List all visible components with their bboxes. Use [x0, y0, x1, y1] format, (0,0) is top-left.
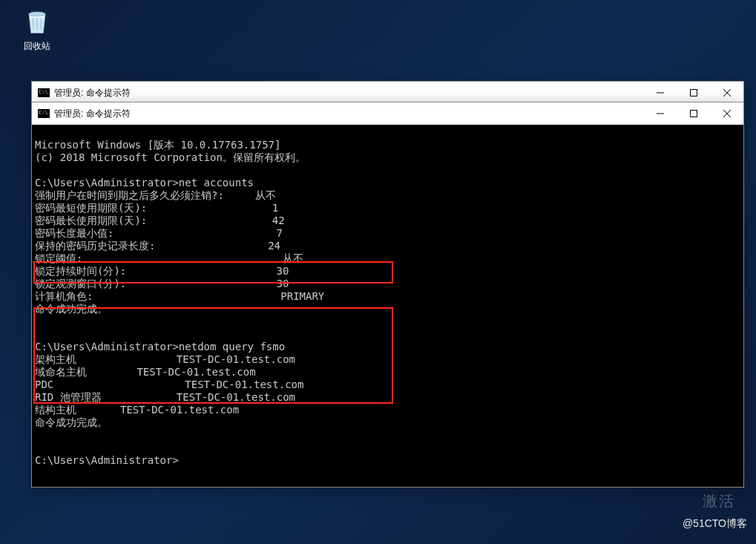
cmd-icon	[38, 88, 50, 97]
titlebar[interactable]: 管理员: 命令提示符	[32, 82, 743, 104]
cmd-window-background: 管理员: 命令提示符	[31, 81, 744, 103]
terminal-line: 保持的密码历史记录长度: 24	[35, 240, 280, 252]
terminal-line: PDC TEST-DC-01.test.com	[35, 378, 303, 390]
terminal-line: (c) 2018 Microsoft Corporation。保留所有权利。	[35, 151, 306, 163]
close-button[interactable]	[710, 103, 743, 125]
page-watermark: @51CTO博客	[683, 517, 747, 531]
terminal-line	[35, 328, 41, 340]
terminal-prompt: C:\Users\Administrator>netdom query fsmo	[35, 341, 285, 353]
svg-rect-1	[690, 90, 697, 96]
terminal-line: 结构主机 TEST-DC-01.test.com	[35, 404, 239, 416]
terminal-line: 命令成功完成。	[35, 303, 108, 315]
terminal-line	[35, 315, 41, 327]
window-title: 管理员: 命令提示符	[54, 108, 131, 120]
terminal-line: RID 池管理器 TEST-DC-01.test.com	[35, 391, 295, 403]
maximize-button[interactable]	[677, 82, 710, 104]
terminal-line: 密码长度最小值: 7	[35, 227, 283, 239]
terminal-line: 密码最长使用期限(天): 42	[35, 214, 285, 226]
terminal-line	[35, 442, 41, 453]
terminal-output[interactable]: Microsoft Windows [版本 10.0.17763.1757] (…	[32, 125, 743, 487]
terminal-line: 锁定持续时间(分): 30	[35, 265, 289, 277]
terminal-line: 强制用户在时间到期之后多久必须注销?: 从不	[35, 189, 276, 201]
titlebar[interactable]: 管理员: 命令提示符	[32, 102, 743, 125]
terminal-prompt: C:\Users\Administrator>net accounts	[35, 177, 254, 189]
window-title: 管理员: 命令提示符	[54, 87, 131, 99]
terminal-line	[35, 164, 41, 176]
cmd-icon	[38, 109, 50, 118]
terminal-line: 锁定阈值: 从不	[35, 252, 303, 264]
recycle-bin-icon	[21, 4, 53, 37]
maximize-button[interactable]	[677, 103, 710, 125]
terminal-line: 命令成功完成。	[35, 416, 108, 428]
terminal-prompt: C:\Users\Administrator>	[35, 454, 179, 466]
cmd-window-foreground: 管理员: 命令提示符 Microsoft Windows [版本 10.0.17…	[31, 102, 744, 488]
windows-activate-watermark: 激活	[703, 491, 735, 511]
terminal-line: 密码最短使用期限(天): 1	[35, 202, 278, 214]
terminal-line: 域命名主机 TEST-DC-01.test.com	[35, 366, 256, 378]
svg-point-0	[29, 12, 45, 16]
recycle-bin-label: 回收站	[15, 40, 59, 53]
terminal-line: Microsoft Windows [版本 10.0.17763.1757]	[35, 139, 280, 151]
svg-rect-2	[690, 111, 697, 117]
terminal-line: 计算机角色: PRIMARY	[35, 290, 324, 302]
minimize-button[interactable]	[643, 82, 677, 104]
minimize-button[interactable]	[643, 103, 677, 125]
desktop-recycle-bin[interactable]: 回收站	[15, 4, 59, 53]
terminal-line: 锁定观测窗口(分): 30	[35, 278, 289, 289]
terminal-line	[35, 429, 41, 441]
close-button[interactable]	[710, 82, 743, 104]
terminal-line: 架构主机 TEST-DC-01.test.com	[35, 353, 295, 365]
